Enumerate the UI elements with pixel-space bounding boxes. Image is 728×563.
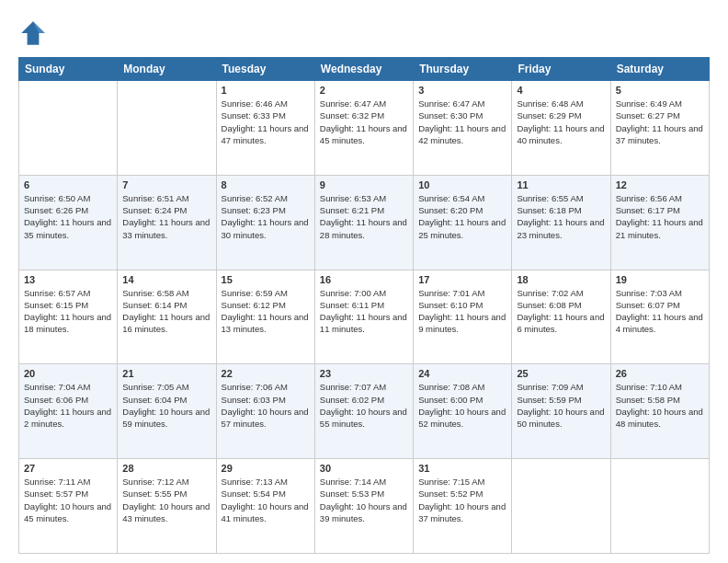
day-number: 13 [24,274,112,285]
calendar-week-row: 27Sunrise: 7:11 AM Sunset: 5:57 PM Dayli… [19,459,710,554]
day-info: Sunrise: 7:05 AM Sunset: 6:04 PM Dayligh… [122,381,210,430]
day-number: 11 [517,179,605,190]
calendar-cell: 4Sunrise: 6:48 AM Sunset: 6:29 PM Daylig… [512,81,610,176]
day-info: Sunrise: 7:12 AM Sunset: 5:55 PM Dayligh… [122,476,210,524]
calendar-cell: 20Sunrise: 7:04 AM Sunset: 6:06 PM Dayli… [19,364,118,459]
day-number: 16 [320,274,408,285]
calendar-cell: 17Sunrise: 7:01 AM Sunset: 6:10 PM Dayli… [414,270,512,364]
day-info: Sunrise: 6:56 AM Sunset: 6:17 PM Dayligh… [616,192,704,241]
calendar-cell: 26Sunrise: 7:10 AM Sunset: 5:58 PM Dayli… [610,364,709,459]
calendar-cell: 3Sunrise: 6:47 AM Sunset: 6:30 PM Daylig… [414,81,512,176]
day-info: Sunrise: 6:47 AM Sunset: 6:30 PM Dayligh… [418,98,506,146]
day-info: Sunrise: 7:09 AM Sunset: 5:59 PM Dayligh… [517,381,605,430]
calendar-cell [19,81,118,176]
calendar-cell: 8Sunrise: 6:52 AM Sunset: 6:23 PM Daylig… [216,175,314,270]
day-info: Sunrise: 6:53 AM Sunset: 6:21 PM Dayligh… [320,192,408,241]
day-info: Sunrise: 6:57 AM Sunset: 6:15 PM Dayligh… [24,287,112,336]
calendar-cell: 24Sunrise: 7:08 AM Sunset: 6:00 PM Dayli… [414,364,512,459]
calendar-cell: 27Sunrise: 7:11 AM Sunset: 5:57 PM Dayli… [19,459,118,554]
calendar-cell: 11Sunrise: 6:55 AM Sunset: 6:18 PM Dayli… [512,175,610,270]
day-info: Sunrise: 6:51 AM Sunset: 6:24 PM Dayligh… [122,192,210,241]
day-number: 28 [122,463,210,474]
day-info: Sunrise: 6:55 AM Sunset: 6:18 PM Dayligh… [517,192,605,241]
calendar-week-row: 13Sunrise: 6:57 AM Sunset: 6:15 PM Dayli… [19,270,710,364]
day-number: 27 [24,463,112,474]
day-info: Sunrise: 7:11 AM Sunset: 5:57 PM Dayligh… [24,476,112,524]
calendar-week-row: 1Sunrise: 6:46 AM Sunset: 6:33 PM Daylig… [19,81,710,176]
calendar-cell: 5Sunrise: 6:49 AM Sunset: 6:27 PM Daylig… [610,81,709,176]
page: SundayMondayTuesdayWednesdayThursdayFrid… [0,0,728,563]
day-info: Sunrise: 7:01 AM Sunset: 6:10 PM Dayligh… [418,287,506,336]
day-info: Sunrise: 6:54 AM Sunset: 6:20 PM Dayligh… [418,192,506,241]
day-number: 9 [320,179,408,190]
calendar-week-row: 20Sunrise: 7:04 AM Sunset: 6:06 PM Dayli… [19,364,710,459]
day-number: 6 [24,179,112,190]
day-number: 25 [517,368,605,379]
day-info: Sunrise: 6:48 AM Sunset: 6:29 PM Dayligh… [517,98,605,146]
day-info: Sunrise: 7:10 AM Sunset: 5:58 PM Dayligh… [616,381,704,430]
calendar-cell: 13Sunrise: 6:57 AM Sunset: 6:15 PM Dayli… [19,270,118,364]
calendar-cell: 28Sunrise: 7:12 AM Sunset: 5:55 PM Dayli… [118,459,216,554]
day-info: Sunrise: 7:06 AM Sunset: 6:03 PM Dayligh… [222,381,310,430]
day-number: 20 [24,368,112,379]
day-number: 29 [222,463,310,474]
calendar-cell: 31Sunrise: 7:15 AM Sunset: 5:52 PM Dayli… [414,459,512,554]
calendar-header-row: SundayMondayTuesdayWednesdayThursdayFrid… [19,58,710,81]
day-info: Sunrise: 7:00 AM Sunset: 6:11 PM Dayligh… [320,287,408,336]
day-info: Sunrise: 7:13 AM Sunset: 5:54 PM Dayligh… [222,476,310,524]
day-info: Sunrise: 7:02 AM Sunset: 6:08 PM Dayligh… [517,287,605,336]
calendar-cell: 12Sunrise: 6:56 AM Sunset: 6:17 PM Dayli… [610,175,709,270]
calendar-cell: 10Sunrise: 6:54 AM Sunset: 6:20 PM Dayli… [414,175,512,270]
calendar-cell [610,459,709,554]
day-number: 10 [418,179,506,190]
day-number: 1 [222,85,310,96]
day-number: 12 [616,179,704,190]
calendar-cell: 29Sunrise: 7:13 AM Sunset: 5:54 PM Dayli… [216,459,314,554]
header [18,18,710,48]
calendar-cell: 21Sunrise: 7:05 AM Sunset: 6:04 PM Dayli… [118,364,216,459]
calendar-cell: 14Sunrise: 6:58 AM Sunset: 6:14 PM Dayli… [118,270,216,364]
day-number: 15 [222,274,310,285]
logo-icon [18,18,48,48]
day-number: 2 [320,85,408,96]
calendar-cell: 6Sunrise: 6:50 AM Sunset: 6:26 PM Daylig… [19,175,118,270]
day-number: 18 [517,274,605,285]
day-info: Sunrise: 6:58 AM Sunset: 6:14 PM Dayligh… [122,287,210,336]
day-number: 30 [320,463,408,474]
day-number: 31 [418,463,506,474]
day-info: Sunrise: 7:04 AM Sunset: 6:06 PM Dayligh… [24,381,112,430]
day-info: Sunrise: 6:52 AM Sunset: 6:23 PM Dayligh… [222,192,310,241]
day-number: 21 [122,368,210,379]
day-number: 19 [616,274,704,285]
day-number: 22 [222,368,310,379]
calendar-table: SundayMondayTuesdayWednesdayThursdayFrid… [18,57,710,554]
calendar-cell [512,459,610,554]
day-info: Sunrise: 6:49 AM Sunset: 6:27 PM Dayligh… [616,98,704,146]
calendar-header-sunday: Sunday [19,58,118,81]
day-number: 7 [122,179,210,190]
day-info: Sunrise: 7:07 AM Sunset: 6:02 PM Dayligh… [320,381,408,430]
calendar-cell: 18Sunrise: 7:02 AM Sunset: 6:08 PM Dayli… [512,270,610,364]
day-number: 24 [418,368,506,379]
calendar-header-friday: Friday [512,58,610,81]
day-number: 5 [616,85,704,96]
calendar-cell: 1Sunrise: 6:46 AM Sunset: 6:33 PM Daylig… [216,81,314,176]
calendar-cell [118,81,216,176]
day-info: Sunrise: 6:46 AM Sunset: 6:33 PM Dayligh… [222,98,310,146]
day-number: 17 [418,274,506,285]
day-number: 26 [616,368,704,379]
day-info: Sunrise: 7:08 AM Sunset: 6:00 PM Dayligh… [418,381,506,430]
calendar-cell: 7Sunrise: 6:51 AM Sunset: 6:24 PM Daylig… [118,175,216,270]
day-info: Sunrise: 7:03 AM Sunset: 6:07 PM Dayligh… [616,287,704,336]
calendar-header-wednesday: Wednesday [314,58,413,81]
day-info: Sunrise: 6:50 AM Sunset: 6:26 PM Dayligh… [24,192,112,241]
calendar-header-thursday: Thursday [414,58,512,81]
calendar-cell: 19Sunrise: 7:03 AM Sunset: 6:07 PM Dayli… [610,270,709,364]
calendar-cell: 30Sunrise: 7:14 AM Sunset: 5:53 PM Dayli… [314,459,413,554]
calendar-header-saturday: Saturday [610,58,709,81]
day-number: 23 [320,368,408,379]
calendar-week-row: 6Sunrise: 6:50 AM Sunset: 6:26 PM Daylig… [19,175,710,270]
day-number: 14 [122,274,210,285]
calendar-cell: 16Sunrise: 7:00 AM Sunset: 6:11 PM Dayli… [314,270,413,364]
calendar-cell: 2Sunrise: 6:47 AM Sunset: 6:32 PM Daylig… [314,81,413,176]
